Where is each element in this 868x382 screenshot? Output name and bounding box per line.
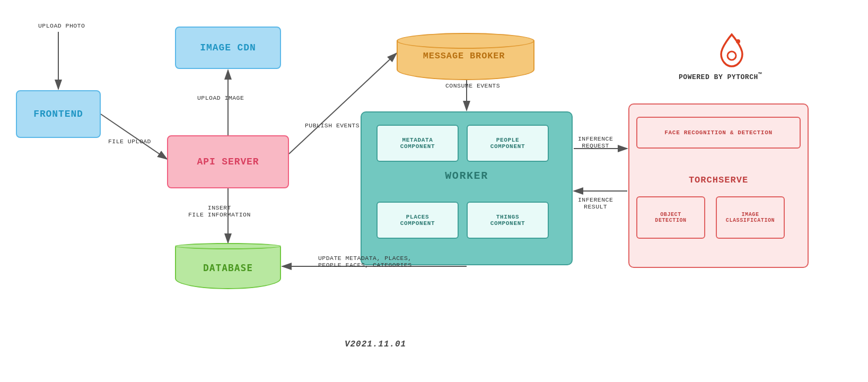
places-label: PlacesComponent bbox=[400, 214, 435, 227]
upload-photo-label: Upload Photo bbox=[38, 22, 85, 29]
things-component: ThingsComponent bbox=[467, 202, 549, 239]
pytorch-text: Powered by PyTorch bbox=[679, 73, 758, 81]
metadata-label: MetadataComponent bbox=[400, 137, 435, 150]
svg-point-9 bbox=[727, 51, 736, 60]
update-metadata-label: Update Metadata, Places,People Faces, Ca… bbox=[318, 255, 412, 268]
torchserve-title: TorchServe bbox=[628, 175, 809, 185]
consume-events-label: Consume Events bbox=[445, 82, 500, 89]
database-label: Database bbox=[203, 262, 253, 273]
insert-file-label: InsertFile Information bbox=[188, 204, 251, 218]
pytorch-logo bbox=[716, 32, 748, 64]
broker-label: Message Broker bbox=[398, 34, 530, 77]
publish-events-label: Publish Events bbox=[305, 122, 360, 129]
image-cdn-node: Image CDN bbox=[175, 27, 281, 69]
api-server-node: Api Server bbox=[167, 135, 289, 188]
pytorch-tm: ™ bbox=[758, 72, 762, 78]
metadata-component: MetadataComponent bbox=[376, 125, 459, 162]
inference-request-label: InferenceRequest bbox=[578, 135, 613, 149]
diagram: Frontend Image CDN Api Server Database M… bbox=[0, 0, 868, 382]
image-classification-component: ImageClassification bbox=[716, 196, 785, 239]
pytorch-label: Powered by PyTorch™ bbox=[679, 72, 762, 81]
api-server-label: Api Server bbox=[197, 157, 259, 167]
object-detection-label: ObjectDetection bbox=[655, 212, 686, 223]
frontend-label: Frontend bbox=[33, 109, 83, 119]
face-recognition-component: Face Recognition & Detection bbox=[636, 117, 801, 149]
frontend-node: Frontend bbox=[16, 90, 101, 138]
image-cdn-label: Image CDN bbox=[200, 42, 256, 53]
svg-point-10 bbox=[736, 39, 740, 44]
upload-image-label: Upload Image bbox=[197, 94, 244, 101]
svg-line-1 bbox=[101, 114, 167, 159]
broker-text: Message Broker bbox=[423, 51, 505, 61]
version-label: V2021.11.01 bbox=[345, 340, 406, 349]
image-classification-label: ImageClassification bbox=[726, 212, 775, 223]
face-recognition-label: Face Recognition & Detection bbox=[664, 129, 772, 136]
people-label: PeopleComponent bbox=[490, 137, 525, 150]
places-component: PlacesComponent bbox=[376, 202, 459, 239]
people-component: PeopleComponent bbox=[467, 125, 549, 162]
things-label: ThingsComponent bbox=[490, 214, 525, 227]
database-node: Database bbox=[175, 247, 281, 289]
object-detection-component: ObjectDetection bbox=[636, 196, 705, 239]
file-upload-label: File Upload bbox=[108, 138, 151, 145]
inference-result-label: InferenceResult bbox=[578, 196, 613, 210]
worker-title: Worker bbox=[361, 170, 573, 182]
database-top bbox=[175, 243, 281, 249]
